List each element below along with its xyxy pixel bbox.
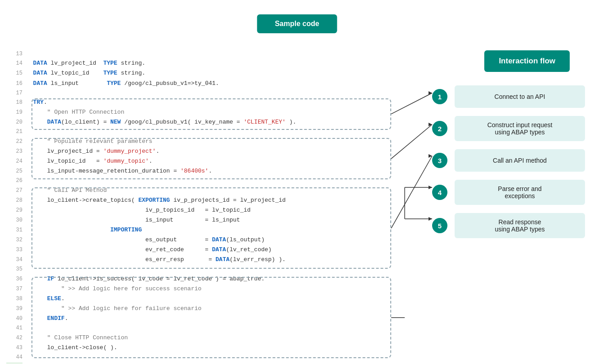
flow-circle: 3 bbox=[432, 153, 447, 168]
code-line: 37 " >> Add logic here for success scena… bbox=[6, 284, 393, 294]
interaction-flow-button[interactable]: Interaction flow bbox=[484, 50, 570, 72]
code-line: 28 lo_client->create_topics( EXPORTING i… bbox=[6, 195, 393, 205]
code-line: 33 ev_ret_code = DATA(lv_ret_code) bbox=[6, 245, 393, 255]
sample-code-button[interactable]: Sample code bbox=[257, 14, 337, 33]
line-content: " Open HTTP Connection bbox=[26, 107, 124, 117]
line-content: " Call API Method bbox=[26, 186, 107, 195]
line-number: 15 bbox=[6, 69, 22, 78]
code-line: 15 DATA lv_topic_id TYPE string. bbox=[6, 68, 393, 78]
line-content: " >> Add logic here for failure scenario bbox=[26, 304, 201, 314]
line-number: 23 bbox=[6, 147, 22, 156]
code-line: 34 es_err_resp = DATA(lv_err_resp) ). bbox=[6, 255, 393, 265]
flow-box: Call an API method bbox=[455, 149, 585, 172]
code-line: 18 TRY. bbox=[6, 98, 393, 107]
line-number: 17 bbox=[6, 89, 22, 98]
line-number: 16 bbox=[6, 79, 22, 88]
line-number: 14 bbox=[6, 59, 22, 68]
flow-step: 3Call an API method bbox=[432, 149, 585, 172]
line-number: 27 bbox=[6, 186, 22, 195]
line-number: 20 bbox=[6, 118, 22, 127]
svg-line-0 bbox=[391, 93, 432, 114]
flow-panel: 1Connect to an API2Construct input reque… bbox=[432, 85, 585, 246]
line-number: 24 bbox=[6, 157, 22, 166]
line-number: 13 bbox=[6, 49, 22, 58]
code-line: 23 lv_project_id = 'dummy_project'. bbox=[6, 146, 393, 156]
code-line: 25 ls_input-message_retention_duration =… bbox=[6, 166, 393, 176]
line-content: is_input = ls_input bbox=[26, 215, 240, 225]
line-number: 37 bbox=[6, 284, 22, 293]
line-number: 41 bbox=[6, 324, 22, 333]
line-number: 39 bbox=[6, 304, 22, 313]
line-number: 40 bbox=[6, 314, 22, 323]
line-number: 22 bbox=[6, 137, 22, 146]
line-number: 21 bbox=[6, 127, 22, 136]
line-content: es_output = DATA(ls_output) bbox=[26, 235, 265, 245]
line-content: ELSE. bbox=[26, 294, 65, 304]
svg-marker-11 bbox=[429, 217, 432, 221]
code-line: 35 bbox=[6, 265, 393, 274]
svg-marker-3 bbox=[429, 123, 432, 126]
line-content: TRY. bbox=[26, 98, 47, 107]
line-number: 45 bbox=[6, 362, 22, 364]
line-content: lo_client->create_topics( EXPORTING iv_p… bbox=[26, 195, 286, 205]
code-line: 43 lo_client->close( ). bbox=[6, 343, 393, 353]
line-number: 38 bbox=[6, 294, 22, 303]
line-content: IF lo_client->is_success( iv_code = lv_r… bbox=[26, 274, 265, 284]
line-number: 29 bbox=[6, 206, 22, 215]
code-panel: 1314 DATA lv_project_id TYPE string.15 D… bbox=[6, 49, 393, 355]
code-line: 17 bbox=[6, 89, 393, 98]
svg-marker-1 bbox=[429, 91, 432, 95]
code-line: 14 DATA lv_project_id TYPE string. bbox=[6, 58, 393, 68]
line-number: 32 bbox=[6, 235, 22, 244]
code-line: 20 DATA(lo_client) = NEW /goog/cl_pubsub… bbox=[6, 117, 393, 127]
flow-step: 2Construct input requestusing ABAP types bbox=[432, 116, 585, 141]
flow-step: 1Connect to an API bbox=[432, 85, 585, 108]
flow-box: Parse error andexceptions bbox=[455, 180, 585, 205]
code-line: 13 bbox=[6, 49, 393, 58]
line-content: DATA lv_topic_id TYPE string. bbox=[26, 68, 145, 78]
flow-circle: 2 bbox=[432, 121, 447, 136]
code-line: 38 ELSE. bbox=[6, 294, 393, 304]
line-content: ls_input-message_retention_duration = '8… bbox=[26, 166, 212, 176]
flow-box: Connect to an API bbox=[455, 85, 585, 108]
code-line: 32 es_output = DATA(ls_output) bbox=[6, 235, 393, 245]
line-content: iv_p_topics_id = lv_topic_id bbox=[26, 205, 250, 215]
line-number: 26 bbox=[6, 176, 22, 185]
code-line: 36 IF lo_client->is_success( iv_code = l… bbox=[6, 274, 393, 284]
line-number: 19 bbox=[6, 108, 22, 117]
code-line: 29 iv_p_topics_id = lv_topic_id bbox=[6, 205, 393, 215]
code-line: 24 lv_topic_id = 'dummy_topic'. bbox=[6, 156, 393, 166]
line-number: 30 bbox=[6, 216, 22, 225]
line-content: ev_ret_code = DATA(lv_ret_code) bbox=[26, 245, 272, 255]
svg-line-2 bbox=[391, 124, 432, 159]
code-line: 22 " Populate relevant parameters bbox=[6, 137, 393, 146]
line-number: 36 bbox=[6, 275, 22, 284]
line-content: " Populate relevant parameters bbox=[26, 137, 152, 146]
flow-circle: 5 bbox=[432, 218, 447, 233]
line-content: ENDIF. bbox=[26, 314, 68, 324]
flow-box: Read responseusing ABAP types bbox=[455, 213, 585, 238]
flow-circle: 4 bbox=[432, 185, 447, 200]
line-number: 25 bbox=[6, 167, 22, 176]
line-number: 34 bbox=[6, 255, 22, 264]
code-line: 39 " >> Add logic here for failure scena… bbox=[6, 304, 393, 314]
line-content: lv_topic_id = 'dummy_topic'. bbox=[26, 156, 152, 166]
flow-box: Construct input requestusing ABAP types bbox=[455, 116, 585, 141]
line-content: DATA ls_input TYPE /goog/cl_pubsub_v1=>t… bbox=[26, 79, 219, 89]
line-number: 28 bbox=[6, 196, 22, 205]
line-content: DATA(lo_client) = NEW /goog/cl_pubsub_v1… bbox=[26, 117, 296, 127]
code-line: 44 bbox=[6, 353, 393, 362]
code-line: 31 IMPORTING bbox=[6, 225, 393, 235]
line-content: " >> Add logic here for success scenario bbox=[26, 284, 201, 294]
line-content: CATCH /goog/cx_sdk INTO DATA(lo_excp_sdk… bbox=[26, 362, 188, 364]
code-line: 19 " Open HTTP Connection bbox=[6, 107, 393, 117]
code-line: 16 DATA ls_input TYPE /goog/cl_pubsub_v1… bbox=[6, 79, 393, 89]
code-line: 26 bbox=[6, 176, 393, 185]
code-line: 21 bbox=[6, 127, 393, 136]
line-number: 44 bbox=[6, 353, 22, 362]
flow-circle: 1 bbox=[432, 89, 447, 104]
svg-marker-9 bbox=[429, 186, 432, 189]
line-content: IMPORTING bbox=[26, 225, 142, 235]
line-number: 31 bbox=[6, 226, 22, 235]
code-line: 45 CATCH /goog/cx_sdk INTO DATA(lo_excp_… bbox=[6, 362, 393, 364]
